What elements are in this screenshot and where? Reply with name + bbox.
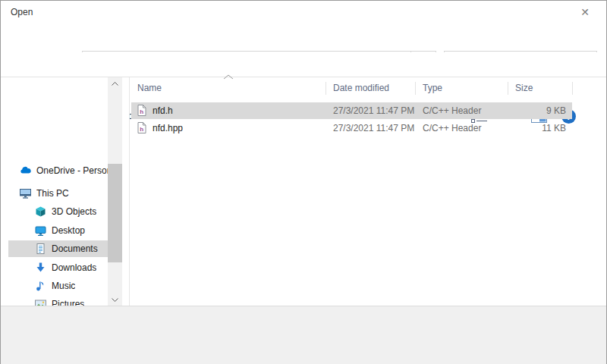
file-name: nfd.hpp xyxy=(153,120,183,136)
sidebar-item-label: Music xyxy=(52,281,75,291)
svg-text:h: h xyxy=(140,108,143,115)
sidebar-item-onedrive[interactable]: OneDrive - Person xyxy=(19,162,108,179)
chevron-down-icon xyxy=(112,298,118,302)
svg-text:h: h xyxy=(140,126,143,133)
sidebar-item-label: Desktop xyxy=(52,225,85,236)
dialog-footer: File name: Headers (*.h;*.hpp) Open Canc… xyxy=(1,306,606,364)
file-row-nfd-h[interactable]: h nfd.h 27/3/2021 11:47 PM C/C++ Header … xyxy=(130,102,600,119)
title-bar: Open ✕ xyxy=(1,1,606,24)
computer-icon xyxy=(19,187,32,199)
navigation-pane: OneDrive - Person This PC 3D Objects Des… xyxy=(1,77,129,306)
sidebar-item-downloads[interactable]: Downloads xyxy=(34,259,108,276)
file-date-modified: 27/3/2021 11:47 PM xyxy=(333,120,414,136)
sidebar-item-label: Downloads xyxy=(52,262,96,273)
column-header-name[interactable]: Name xyxy=(130,78,326,99)
sidebar-item-label: This PC xyxy=(36,188,69,199)
file-name: nfd.h xyxy=(153,102,173,119)
header-file-icon: h xyxy=(137,122,146,133)
column-header-date-modified[interactable]: Date modified xyxy=(326,78,415,99)
file-size: 9 KB xyxy=(471,102,566,119)
sidebar-item-desktop[interactable]: Desktop xyxy=(34,222,108,239)
3d-cube-icon xyxy=(34,206,47,218)
file-size: 11 KB xyxy=(471,120,566,136)
dialog-title: Open xyxy=(11,1,33,24)
chevron-up-icon xyxy=(112,82,118,86)
music-icon xyxy=(34,280,47,292)
close-icon: ✕ xyxy=(580,6,590,18)
sidebar-scrollbar[interactable] xyxy=(108,77,122,306)
scroll-up-button[interactable] xyxy=(108,77,122,89)
scroll-down-button[interactable] xyxy=(108,293,122,306)
documents-icon xyxy=(34,243,47,255)
scrollbar-thumb[interactable] xyxy=(108,164,122,262)
desktop-icon xyxy=(34,224,47,237)
command-bar: Organize New folder ? xyxy=(1,52,606,77)
navigation-bar: « GitHub › nativefiledialog › src › incl… xyxy=(1,24,606,52)
sidebar-item-3d-objects[interactable]: 3D Objects xyxy=(34,203,108,220)
header-file-icon: h xyxy=(137,105,146,116)
column-headers: Name Date modified Type Size xyxy=(130,78,600,99)
sidebar-item-music[interactable]: Music xyxy=(34,278,108,294)
sidebar-item-label: Documents xyxy=(52,243,98,254)
sidebar-item-this-pc[interactable]: This PC xyxy=(19,185,108,202)
file-row-nfd-hpp[interactable]: h nfd.hpp 27/3/2021 11:47 PM C/C++ Heade… xyxy=(130,120,600,136)
column-header-type[interactable]: Type xyxy=(415,78,508,99)
open-file-dialog: Open ✕ « GitHub › nativefiledialog › src xyxy=(0,0,607,364)
downloads-icon xyxy=(34,262,47,274)
onedrive-cloud-icon xyxy=(19,165,32,177)
sidebar-item-label: OneDrive - Person xyxy=(36,165,108,176)
sidebar-item-documents[interactable]: Documents xyxy=(34,240,108,257)
file-date-modified: 27/3/2021 11:47 PM xyxy=(333,102,414,119)
column-header-size[interactable]: Size xyxy=(508,78,572,99)
sidebar-item-label: 3D Objects xyxy=(52,206,96,217)
column-divider[interactable] xyxy=(572,82,573,95)
close-button[interactable]: ✕ xyxy=(573,1,597,23)
